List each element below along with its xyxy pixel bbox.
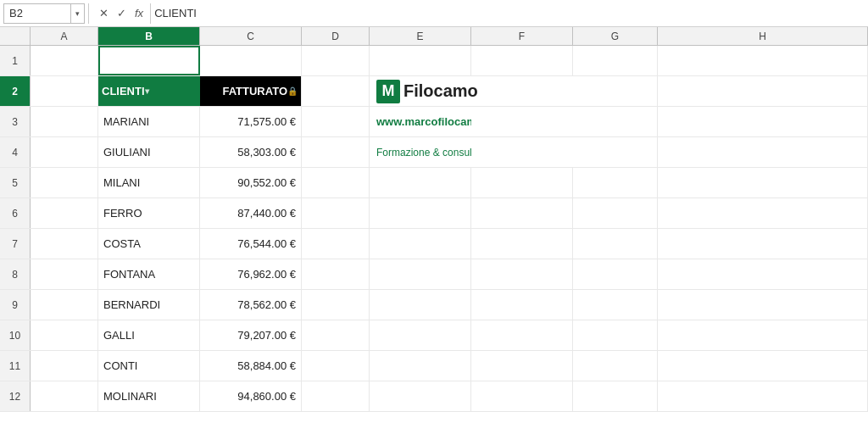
cell-f1[interactable] bbox=[471, 46, 573, 75]
cell-f2 bbox=[471, 76, 573, 106]
table-row: 12 MOLINARI 94,860.00 € bbox=[0, 381, 868, 412]
cell-a8[interactable] bbox=[31, 259, 98, 289]
cell-c2-header[interactable]: FATTURATO 🔒 bbox=[200, 76, 302, 106]
cell-b5[interactable]: MILANI bbox=[98, 168, 200, 198]
cell-b2-header[interactable]: CLIENTI ▾ bbox=[98, 76, 200, 106]
cell-b7[interactable]: COSTA bbox=[98, 229, 200, 259]
cell-f9 bbox=[471, 290, 573, 320]
cell-e5 bbox=[370, 168, 471, 198]
cell-b1[interactable] bbox=[98, 46, 200, 75]
cell-a3[interactable] bbox=[31, 107, 98, 136]
cell-d7[interactable] bbox=[302, 229, 370, 259]
col-header-a[interactable]: A bbox=[31, 27, 98, 45]
cell-c8[interactable]: 76,962.00 € bbox=[200, 259, 302, 289]
cell-reference-box[interactable]: B2 bbox=[3, 3, 71, 24]
cell-e8 bbox=[370, 259, 471, 289]
header-corner bbox=[0, 27, 31, 45]
cell-b9[interactable]: BERNARDI bbox=[98, 290, 200, 320]
cell-a1[interactable] bbox=[31, 46, 98, 75]
cell-h1[interactable] bbox=[658, 46, 868, 75]
cell-e1[interactable] bbox=[370, 46, 471, 75]
row-header-6[interactable]: 6 bbox=[0, 198, 31, 228]
row-header-10[interactable]: 10 bbox=[0, 320, 31, 350]
row-header-7[interactable]: 7 bbox=[0, 229, 31, 259]
formula-input[interactable] bbox=[150, 3, 865, 24]
row-header-11[interactable]: 11 bbox=[0, 351, 31, 381]
row-header-5[interactable]: 5 bbox=[0, 168, 31, 198]
cell-d10[interactable] bbox=[302, 320, 370, 350]
cell-g2 bbox=[573, 76, 658, 106]
cell-g6 bbox=[573, 198, 658, 228]
formula-fx-icon[interactable]: fx bbox=[131, 5, 147, 21]
filter-icon-fatturato[interactable]: 🔒 bbox=[287, 86, 298, 96]
filter-icon-clienti[interactable]: ▾ bbox=[145, 86, 149, 96]
cell-c11[interactable]: 58,884.00 € bbox=[200, 351, 302, 381]
cell-b6[interactable]: FERRO bbox=[98, 198, 200, 228]
cell-e9 bbox=[370, 290, 471, 320]
rows-area: 1 2 CLIENTI ▾ FATTURATO 🔒 bbox=[0, 46, 868, 412]
cell-c3[interactable]: 71,575.00 € bbox=[200, 107, 302, 136]
cell-a10[interactable] bbox=[31, 320, 98, 350]
row-header-2[interactable]: 2 bbox=[0, 76, 31, 106]
row-header-8[interactable]: 8 bbox=[0, 259, 31, 289]
cell-c4[interactable]: 58,303.00 € bbox=[200, 137, 302, 167]
cell-b4[interactable]: GIULIANI bbox=[98, 137, 200, 167]
cell-f7 bbox=[471, 229, 573, 259]
cell-b10[interactable]: GALLI bbox=[98, 320, 200, 350]
cell-a4[interactable] bbox=[31, 137, 98, 167]
cell-d11[interactable] bbox=[302, 351, 370, 381]
cell-b11[interactable]: CONTI bbox=[98, 351, 200, 381]
cell-c12[interactable]: 94,860.00 € bbox=[200, 381, 302, 411]
col-header-g[interactable]: G bbox=[573, 27, 658, 45]
row-header-9[interactable]: 9 bbox=[0, 290, 31, 320]
col-header-e[interactable]: E bbox=[370, 27, 471, 45]
row-header-3[interactable]: 3 bbox=[0, 107, 31, 136]
row-header-4[interactable]: 4 bbox=[0, 137, 31, 167]
cell-c7[interactable]: 76,544.00 € bbox=[200, 229, 302, 259]
cell-d6[interactable] bbox=[302, 198, 370, 228]
col-header-d[interactable]: D bbox=[302, 27, 370, 45]
cell-a5[interactable] bbox=[31, 168, 98, 198]
cell-d3[interactable] bbox=[302, 107, 370, 136]
cell-c10[interactable]: 79,207.00 € bbox=[200, 320, 302, 350]
cell-f4 bbox=[471, 137, 573, 167]
cell-c5[interactable]: 90,552.00 € bbox=[200, 168, 302, 198]
cell-g1[interactable] bbox=[573, 46, 658, 75]
formula-confirm-icon[interactable]: ✓ bbox=[114, 5, 130, 21]
cell-a2[interactable] bbox=[31, 76, 98, 106]
cell-a11[interactable] bbox=[31, 351, 98, 381]
cell-d4[interactable] bbox=[302, 137, 370, 167]
table-row: 5 MILANI 90,552.00 € bbox=[0, 168, 868, 198]
col-header-f[interactable]: F bbox=[471, 27, 573, 45]
cell-a12[interactable] bbox=[31, 381, 98, 411]
cell-d12[interactable] bbox=[302, 381, 370, 411]
cell-ref-dropdown[interactable]: ▾ bbox=[71, 3, 85, 24]
cell-b12[interactable]: MOLINARI bbox=[98, 381, 200, 411]
col-header-h[interactable]: H bbox=[658, 27, 868, 45]
cell-c9[interactable]: 78,562.00 € bbox=[200, 290, 302, 320]
row-header-12[interactable]: 12 bbox=[0, 381, 31, 411]
cell-h12 bbox=[658, 381, 868, 411]
cell-f10 bbox=[471, 320, 573, 350]
cell-c1[interactable] bbox=[200, 46, 302, 75]
cell-f11 bbox=[471, 351, 573, 381]
cell-a6[interactable] bbox=[31, 198, 98, 228]
formula-cancel-icon[interactable]: ✕ bbox=[96, 5, 112, 21]
cell-a9[interactable] bbox=[31, 290, 98, 320]
col-header-c[interactable]: C bbox=[200, 27, 302, 45]
cell-d1[interactable] bbox=[302, 46, 370, 75]
cell-c6[interactable]: 87,440.00 € bbox=[200, 198, 302, 228]
table-row: 6 FERRO 87,440.00 € bbox=[0, 198, 868, 229]
cell-g5 bbox=[573, 168, 658, 198]
row-header-1[interactable]: 1 bbox=[0, 46, 31, 75]
cell-a7[interactable] bbox=[31, 229, 98, 259]
cell-d8[interactable] bbox=[302, 259, 370, 289]
cell-b3[interactable]: MARIANI bbox=[98, 107, 200, 136]
cell-d5[interactable] bbox=[302, 168, 370, 198]
cell-d9[interactable] bbox=[302, 290, 370, 320]
col-header-b[interactable]: B bbox=[98, 27, 200, 45]
cell-b8[interactable]: FONTANA bbox=[98, 259, 200, 289]
cell-h9 bbox=[658, 290, 868, 320]
cell-d2[interactable] bbox=[302, 76, 370, 106]
cell-f12 bbox=[471, 381, 573, 411]
